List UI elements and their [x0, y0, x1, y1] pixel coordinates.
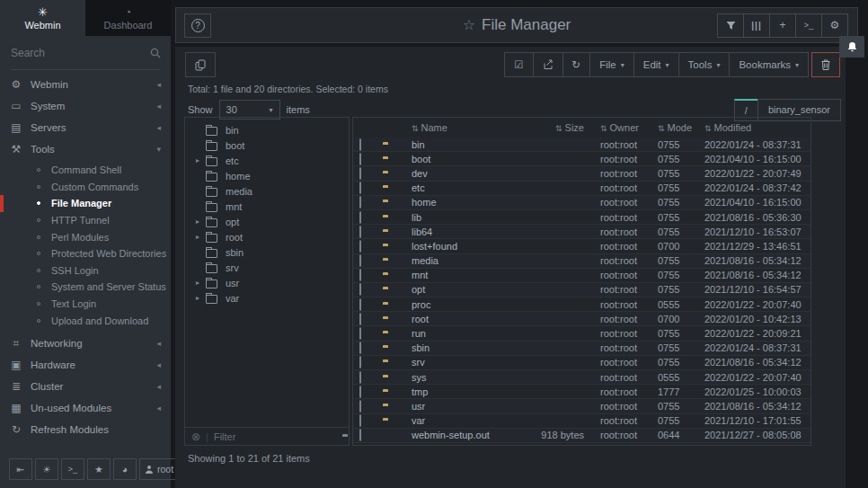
- table-row-etc[interactable]: etcroot:root07552022/01/24 - 08:37:42: [353, 182, 810, 196]
- table-row-lost-found[interactable]: lost+foundroot:root07002021/12/29 - 13:4…: [353, 239, 810, 253]
- delete-button[interactable]: [811, 52, 840, 77]
- shell-button[interactable]: >_: [795, 13, 822, 38]
- expand-arrow-icon[interactable]: ▸: [196, 279, 206, 287]
- table-row-proc[interactable]: procroot:root05552022/01/22 - 20:07:40: [353, 297, 810, 312]
- file-name[interactable]: opt: [412, 284, 502, 295]
- file-name[interactable]: boot: [412, 154, 502, 164]
- sidebar-category-webmin[interactable]: ⚙Webmin◂: [0, 74, 171, 95]
- row-checkbox[interactable]: [359, 371, 361, 384]
- sidebar-item-file-manager[interactable]: File Manager: [0, 195, 171, 212]
- sidebar-category-system[interactable]: ▭System◂: [0, 95, 171, 117]
- table-row-tmp[interactable]: tmproot:root17772022/01/25 - 10:00:03: [353, 385, 810, 399]
- sidebar-item-text-login[interactable]: Text Login: [0, 296, 171, 313]
- table-row-root[interactable]: rootroot:root07002022/01/20 - 10:42:13: [353, 312, 810, 326]
- file-name[interactable]: mnt: [412, 270, 502, 280]
- table-row-run[interactable]: runroot:root07552022/01/22 - 20:09:21: [353, 326, 810, 341]
- tree-item-home[interactable]: home: [185, 168, 349, 183]
- tree-item-media[interactable]: media: [185, 183, 349, 199]
- row-checkbox[interactable]: [359, 386, 361, 398]
- row-checkbox[interactable]: [359, 283, 361, 296]
- row-checkbox[interactable]: [359, 356, 361, 368]
- notifications-button[interactable]: [839, 36, 864, 58]
- row-checkbox[interactable]: [359, 226, 361, 238]
- sidebar-category-un-used-modules[interactable]: ▦Un-used Modules◂: [0, 397, 171, 419]
- collapse-sidebar-button[interactable]: ⇤: [9, 458, 32, 480]
- tab-dashboard[interactable]: ◔ Dashboard: [85, 0, 171, 36]
- file-name[interactable]: bin: [412, 139, 502, 150]
- row-checkbox[interactable]: [359, 327, 361, 340]
- table-row-usr[interactable]: usrroot:root07552021/08/16 - 05:34:12: [353, 399, 810, 413]
- file-name[interactable]: lib: [412, 212, 502, 223]
- paste-button[interactable]: [185, 52, 216, 77]
- file-name[interactable]: sys: [412, 372, 502, 383]
- tree-item-opt[interactable]: ▸opt: [185, 214, 349, 229]
- table-row-sbin[interactable]: sbinroot:root07552022/01/24 - 08:37:31: [353, 342, 810, 356]
- file-name[interactable]: srv: [412, 357, 502, 368]
- menu-tools[interactable]: Tools▾: [678, 52, 731, 77]
- export-button[interactable]: [533, 52, 563, 77]
- tree-item-etc[interactable]: ▸etc: [185, 153, 349, 168]
- theme-button[interactable]: ☀: [35, 458, 58, 480]
- row-checkbox[interactable]: [359, 138, 361, 151]
- row-checkbox[interactable]: [359, 182, 361, 194]
- row-checkbox[interactable]: [359, 240, 361, 253]
- tree-item-boot[interactable]: boot: [185, 138, 349, 153]
- tree-item-var[interactable]: ▸var: [185, 290, 349, 306]
- file-name[interactable]: tmp: [412, 386, 502, 397]
- column-header-name[interactable]: ⇅Name: [412, 122, 502, 133]
- file-name[interactable]: webmin-setup.out: [412, 430, 502, 440]
- row-checkbox[interactable]: [359, 269, 361, 281]
- column-header-mode[interactable]: ⇅Mode: [647, 122, 694, 133]
- row-checkbox[interactable]: [359, 313, 361, 325]
- favorites-button[interactable]: ★: [87, 458, 111, 480]
- table-row-mnt[interactable]: mntroot:root07552021/08/16 - 05:34:12: [353, 269, 810, 283]
- row-checkbox[interactable]: [359, 414, 361, 427]
- sidebar-item-system-and-server-status[interactable]: System and Server Status: [0, 279, 171, 296]
- file-name[interactable]: home: [412, 197, 502, 208]
- file-name[interactable]: lib64: [412, 226, 502, 237]
- expand-arrow-icon[interactable]: ▸: [196, 294, 206, 302]
- user-button[interactable]: root: [139, 458, 179, 480]
- menu-file[interactable]: File▾: [589, 52, 634, 77]
- columns-button[interactable]: |||: [743, 13, 770, 38]
- sidebar-category-networking[interactable]: ⌗Networking◂: [0, 333, 171, 354]
- sidebar-category-cluster[interactable]: ≣Cluster◂: [0, 376, 171, 397]
- refresh-button[interactable]: ↻: [562, 52, 591, 77]
- sidebar-item-protected-web-directories[interactable]: Protected Web Directories: [0, 245, 171, 262]
- expand-arrow-icon[interactable]: ▸: [196, 156, 206, 164]
- sidebar-item-custom-commands[interactable]: Custom Commands: [0, 179, 171, 196]
- sidebar-category-tools[interactable]: ⚒Tools▾: [0, 138, 171, 160]
- row-checkbox[interactable]: [359, 342, 361, 354]
- row-checkbox[interactable]: [359, 254, 361, 267]
- menu-bookmarks[interactable]: Bookmarks▾: [729, 52, 809, 77]
- expand-arrow-icon[interactable]: ▸: [196, 217, 206, 226]
- sidebar-item-http-tunnel[interactable]: HTTP Tunnel: [0, 212, 171, 229]
- file-name[interactable]: run: [412, 328, 502, 339]
- add-button[interactable]: +: [769, 13, 796, 38]
- clear-filter-icon[interactable]: ⊗: [191, 430, 200, 443]
- table-row-home[interactable]: homeroot:root07552021/04/10 - 16:15:00: [353, 196, 810, 210]
- table-row-dev[interactable]: devroot:root07552022/01/22 - 20:07:49: [353, 166, 810, 181]
- language-button[interactable]: ◕: [113, 458, 137, 480]
- help-button[interactable]: ?: [184, 13, 211, 38]
- filter-button[interactable]: [717, 13, 744, 38]
- table-row-var[interactable]: varroot:root07552021/12/10 - 17:01:55: [353, 414, 810, 429]
- table-row-srv[interactable]: srvroot:root07552021/08/16 - 05:34:12: [353, 356, 810, 370]
- sidebar-item-ssh-login[interactable]: SSH Login: [0, 262, 171, 279]
- table-row-media[interactable]: mediaroot:root07552021/08/16 - 05:34:12: [353, 254, 810, 269]
- column-header-modified[interactable]: ⇅Modified: [694, 122, 810, 133]
- row-checkbox[interactable]: [359, 196, 361, 209]
- sidebar-item-perl-modules[interactable]: Perl Modules: [0, 228, 171, 245]
- settings-button[interactable]: ⚙: [821, 13, 848, 38]
- tab-webmin[interactable]: ✳ Webmin: [0, 0, 85, 36]
- tree-item-bin[interactable]: bin: [185, 122, 349, 138]
- sidebar-category-hardware[interactable]: ▣Hardware◂: [0, 354, 171, 376]
- sidebar-item-upload-and-download[interactable]: Upload and Download: [0, 312, 171, 329]
- terminal-button[interactable]: >_: [61, 458, 84, 480]
- table-row-webmin-setup-out[interactable]: webmin-setup.out918 bytesroot:root064420…: [353, 429, 810, 443]
- sidebar-item-command-shell[interactable]: Command Shell: [0, 162, 171, 179]
- file-name[interactable]: proc: [412, 299, 502, 310]
- file-name[interactable]: usr: [412, 401, 502, 412]
- tree-item-srv[interactable]: srv: [185, 260, 349, 275]
- tree-item-usr[interactable]: ▸usr: [185, 275, 349, 290]
